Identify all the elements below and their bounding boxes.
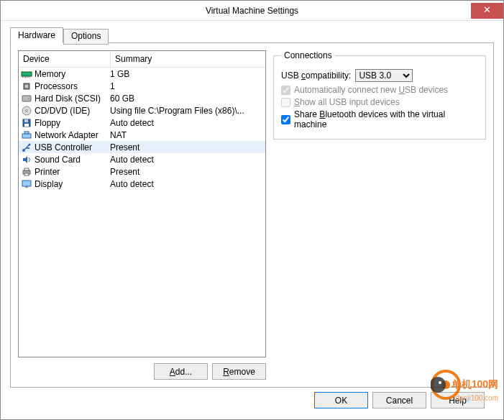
connections-legend: Connections bbox=[281, 50, 335, 60]
device-name: Memory bbox=[35, 69, 110, 79]
device-summary: Auto detect bbox=[110, 118, 263, 128]
show-all-label: Show all USB input devices bbox=[294, 97, 400, 107]
svg-rect-25 bbox=[25, 186, 28, 188]
usb-compat-select[interactable]: USB 3.0 bbox=[355, 69, 413, 82]
device-row[interactable]: FloppyAuto detect bbox=[19, 117, 265, 129]
device-summary: 1 bbox=[110, 81, 263, 91]
usb-icon bbox=[21, 142, 32, 153]
svg-rect-1 bbox=[22, 76, 23, 78]
svg-rect-6 bbox=[29, 76, 30, 78]
svg-rect-9 bbox=[22, 96, 31, 101]
svg-point-12 bbox=[26, 109, 28, 111]
svg-rect-5 bbox=[28, 76, 29, 78]
device-name: USB Controller bbox=[35, 142, 110, 152]
svg-rect-17 bbox=[24, 132, 29, 134]
device-row[interactable]: PrinterPresent bbox=[19, 165, 265, 178]
device-name: CD/DVD (IDE) bbox=[35, 106, 110, 116]
device-summary: 60 GB bbox=[110, 93, 263, 104]
memory-icon bbox=[21, 68, 32, 80]
add-button[interactable]: Add... bbox=[154, 363, 208, 380]
svg-rect-24 bbox=[22, 181, 31, 186]
auto-connect-checkbox bbox=[281, 86, 290, 95]
column-header-device[interactable]: Device bbox=[19, 51, 111, 68]
printer-icon bbox=[21, 166, 32, 178]
usb-compat-label: USB compatibility: bbox=[281, 70, 351, 81]
device-summary: Present bbox=[110, 142, 263, 152]
tab-hardware[interactable]: Hardware bbox=[10, 27, 63, 43]
window-title: Virtual Machine Settings bbox=[1, 6, 503, 16]
cd-icon bbox=[21, 105, 32, 117]
svg-rect-22 bbox=[24, 168, 29, 170]
svg-rect-23 bbox=[24, 173, 29, 175]
device-summary: NAT bbox=[110, 130, 263, 140]
share-bluetooth-checkbox[interactable] bbox=[281, 115, 290, 124]
svg-rect-20 bbox=[28, 147, 29, 149]
help-button[interactable]: Help bbox=[431, 392, 485, 408]
column-header-summary[interactable]: Summary bbox=[111, 51, 265, 68]
svg-rect-2 bbox=[24, 76, 24, 78]
connections-group: Connections USB compatibility: USB 3.0 A… bbox=[273, 50, 486, 140]
net-icon bbox=[21, 129, 32, 141]
hdd-icon bbox=[21, 93, 32, 104]
device-summary: Present bbox=[110, 167, 263, 177]
device-row[interactable]: DisplayAuto detect bbox=[19, 178, 265, 190]
device-summary: 1 GB bbox=[110, 69, 263, 79]
svg-point-19 bbox=[29, 143, 31, 145]
svg-rect-4 bbox=[27, 76, 27, 78]
device-name: Hard Disk (SCSI) bbox=[35, 93, 110, 104]
svg-rect-0 bbox=[22, 72, 32, 76]
device-row[interactable]: CD/DVD (IDE)Using file C:\Program Files … bbox=[19, 104, 265, 117]
device-name: Floppy bbox=[35, 118, 110, 128]
share-bluetooth-label: Share Bluetooth devices with the virtual… bbox=[294, 109, 478, 129]
device-row[interactable]: Processors1 bbox=[19, 80, 265, 92]
device-summary: Auto detect bbox=[110, 155, 263, 165]
svg-point-10 bbox=[28, 98, 29, 99]
device-name: Sound Card bbox=[35, 155, 110, 165]
device-name: Printer bbox=[35, 167, 110, 177]
cpu-icon bbox=[21, 81, 32, 92]
svg-rect-8 bbox=[25, 85, 28, 88]
svg-rect-3 bbox=[25, 76, 26, 78]
ok-button[interactable]: OK bbox=[314, 392, 368, 408]
device-row[interactable]: Network AdapterNAT bbox=[19, 129, 265, 141]
floppy-icon bbox=[21, 117, 32, 129]
device-row[interactable]: Hard Disk (SCSI)60 GB bbox=[19, 92, 265, 104]
svg-rect-14 bbox=[24, 119, 28, 122]
sound-icon bbox=[21, 154, 32, 165]
device-summary: Using file C:\Program Files (x86)\... bbox=[110, 106, 263, 116]
cancel-button[interactable]: Cancel bbox=[372, 392, 426, 408]
auto-connect-label: Automatically connect new USB devices bbox=[294, 85, 448, 95]
device-name: Network Adapter bbox=[35, 130, 110, 140]
device-name: Display bbox=[35, 179, 110, 189]
svg-rect-16 bbox=[22, 134, 31, 138]
display-icon bbox=[21, 178, 32, 190]
device-name: Processors bbox=[35, 81, 110, 91]
device-list[interactable]: Device Summary Memory1 GBProcessors1Hard… bbox=[18, 50, 266, 357]
device-row[interactable]: Memory1 GB bbox=[19, 68, 265, 80]
remove-button[interactable]: Remove bbox=[212, 363, 266, 380]
show-all-checkbox bbox=[281, 98, 290, 107]
svg-rect-15 bbox=[24, 124, 29, 127]
tab-options[interactable]: Options bbox=[63, 29, 109, 45]
device-summary: Auto detect bbox=[110, 179, 263, 189]
device-row[interactable]: USB ControllerPresent bbox=[19, 141, 265, 153]
device-row[interactable]: Sound CardAuto detect bbox=[19, 153, 265, 165]
